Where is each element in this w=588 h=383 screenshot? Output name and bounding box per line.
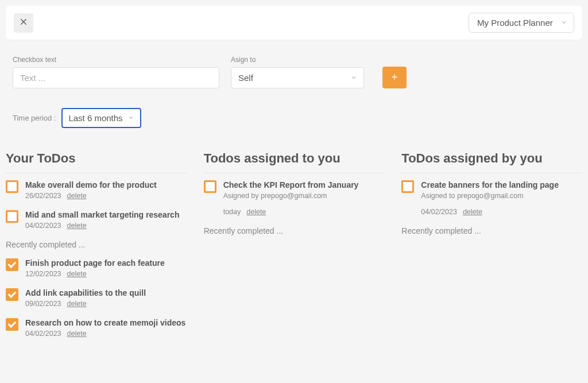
todo-title: Create banners for the landing page: [421, 180, 582, 189]
todo-title: Research on how to create memoji videos: [25, 318, 187, 327]
close-icon: [19, 17, 28, 28]
assign-to-label: Asign to: [231, 56, 364, 64]
assigned-by: Asigned by prepogo@gmail.com: [223, 192, 385, 200]
assigned-to-you-column: Todos assigned to you Check the KPI Repo…: [204, 151, 385, 348]
checkbox-text-label: Checkbox text: [13, 56, 219, 64]
your-todos-title: Your ToDos: [6, 151, 187, 173]
todo-date: 04/02/2023: [421, 208, 457, 216]
todo-meta: 26/02/2023 delete: [25, 192, 187, 200]
todo-date: 04/02/2023: [25, 222, 61, 230]
time-period-row: Time period : Last 6 months: [0, 88, 588, 128]
todo-checkbox[interactable]: [204, 180, 216, 193]
todo-checkbox[interactable]: [6, 180, 18, 193]
top-bar: My Product Planner: [6, 6, 582, 40]
todo-date: today: [223, 208, 241, 216]
todo-body: Make overall demo for the product 26/02/…: [25, 180, 187, 200]
todo-body: Create banners for the landing page Asig…: [421, 180, 582, 216]
todo-meta: 12/02/2023 delete: [25, 270, 187, 278]
plus-icon: [390, 72, 399, 83]
todo-body: Mid and small market targeting research …: [25, 210, 187, 230]
recently-completed-label: Recently completed ...: [401, 226, 582, 235]
assign-to-select[interactable]: Self: [231, 67, 364, 88]
assigned-by-you-column: ToDos assigned by you Create banners for…: [401, 151, 582, 348]
todo-item: Research on how to create memoji videos …: [6, 318, 187, 338]
columns: Your ToDos Make overall demo for the pro…: [0, 128, 588, 348]
planner-select[interactable]: My Product Planner: [469, 13, 574, 33]
delete-link[interactable]: delete: [67, 300, 87, 308]
delete-link[interactable]: delete: [463, 208, 482, 216]
recently-completed-label: Recently completed ...: [204, 226, 385, 235]
todo-item: Make overall demo for the product 26/02/…: [6, 180, 187, 200]
todo-title: Check the KPI Report from January: [223, 180, 385, 189]
add-button[interactable]: [382, 67, 407, 88]
delete-link[interactable]: delete: [67, 192, 87, 200]
todo-date: 04/02/2023: [25, 330, 61, 338]
delete-link[interactable]: delete: [67, 222, 87, 230]
todo-checkbox[interactable]: [401, 180, 414, 193]
todo-meta: Asigned by prepogo@gmail.com today delet…: [223, 192, 385, 216]
todo-date: 12/02/2023: [25, 270, 61, 278]
todo-meta: 09/02/2023 delete: [25, 300, 187, 308]
todo-item: Add link capabilities to the quill 09/02…: [6, 288, 187, 308]
checkbox-text-input[interactable]: [13, 67, 219, 88]
form-row: Checkbox text Asign to Self: [0, 45, 588, 88]
recently-completed-label: Recently completed ...: [6, 240, 187, 249]
todo-item: Check the KPI Report from January Asigne…: [204, 180, 385, 216]
todo-body: Finish product page for each feature 12/…: [25, 258, 187, 278]
assigned-by-you-title: ToDos assigned by you: [401, 151, 582, 173]
todo-title: Finish product page for each feature: [25, 258, 187, 268]
todo-checkbox[interactable]: [6, 318, 18, 331]
planner-select-wrap: My Product Planner: [469, 13, 574, 33]
todo-body: Check the KPI Report from January Asigne…: [223, 180, 385, 216]
checkbox-text-group: Checkbox text: [13, 56, 219, 88]
todo-date: 09/02/2023: [25, 300, 61, 308]
delete-link[interactable]: delete: [67, 270, 87, 278]
assign-to-group: Asign to Self: [231, 56, 364, 88]
todo-meta: 04/02/2023 delete: [25, 222, 187, 230]
todo-item: Create banners for the landing page Asig…: [401, 180, 582, 216]
todo-title: Add link capabilities to the quill: [25, 288, 187, 297]
assigned-to: Asigned to prepogo@gmail.com: [421, 192, 582, 200]
todo-title: Mid and small market targeting research: [25, 210, 187, 219]
todo-date: 26/02/2023: [25, 192, 61, 200]
time-period-label: Time period :: [13, 114, 56, 122]
time-select-wrap: Last 6 months: [61, 108, 141, 128]
delete-link[interactable]: delete: [67, 330, 87, 338]
assign-select-wrap: Self: [231, 67, 364, 88]
todo-checkbox[interactable]: [6, 258, 18, 271]
todo-checkbox[interactable]: [6, 288, 18, 301]
todo-meta: 04/02/2023 delete: [25, 330, 187, 338]
todo-checkbox[interactable]: [6, 210, 18, 223]
close-button[interactable]: [14, 13, 33, 33]
todo-title: Make overall demo for the product: [25, 180, 187, 189]
todo-body: Add link capabilities to the quill 09/02…: [25, 288, 187, 308]
todo-body: Research on how to create memoji videos …: [25, 318, 187, 338]
todo-item: Mid and small market targeting research …: [6, 210, 187, 230]
assigned-to-you-title: Todos assigned to you: [204, 151, 385, 173]
time-period-select[interactable]: Last 6 months: [61, 108, 141, 128]
todo-meta: Asigned to prepogo@gmail.com 04/02/2023 …: [421, 192, 582, 216]
your-todos-column: Your ToDos Make overall demo for the pro…: [6, 151, 187, 348]
delete-link[interactable]: delete: [246, 208, 266, 216]
todo-item: Finish product page for each feature 12/…: [6, 258, 187, 278]
